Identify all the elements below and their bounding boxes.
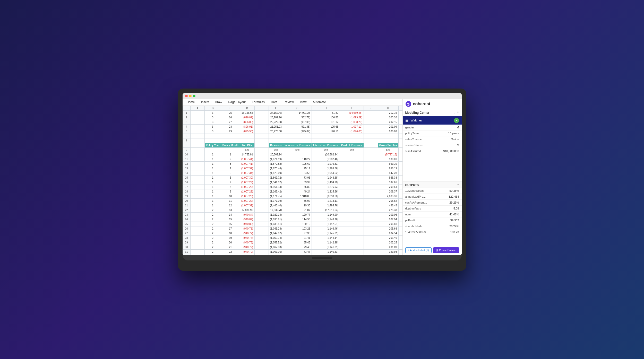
table-cell[interactable] (398, 166, 402, 171)
table-cell-inc-reserves[interactable]: 97.33 (283, 231, 312, 235)
table-cell[interactable]: 3 (204, 115, 221, 120)
table-cell-gross-surplus[interactable]: 209.64 (378, 185, 398, 189)
table-cell-policy-year[interactable]: 2 (204, 208, 221, 212)
table-cell-cost-reserves[interactable] (340, 203, 364, 208)
table-cell[interactable] (190, 134, 204, 138)
table-cell[interactable]: 24,152.48 (269, 110, 283, 115)
table-cell-cost-reserves[interactable] (340, 175, 364, 180)
table-cell[interactable]: 201.09 (378, 124, 398, 129)
table-cell-cost-reserves[interactable] (340, 194, 364, 198)
table-cell[interactable] (254, 235, 269, 240)
table-cell[interactable] (254, 198, 269, 203)
table-cell[interactable]: 202.15 (378, 120, 398, 124)
spreadsheet-container[interactable]: A B C D E F G H I J K L (183, 106, 402, 255)
table-cell[interactable] (398, 240, 402, 245)
table-cell[interactable] (398, 249, 402, 254)
table-cell[interactable] (364, 152, 378, 157)
table-cell[interactable] (398, 161, 402, 166)
table-cell-policy-year[interactable]: 1 (204, 194, 221, 198)
table-cell[interactable] (398, 157, 402, 161)
table-cell-cost-reserves[interactable] (340, 198, 364, 203)
table-cell-inc-reserves[interactable]: 21.07 (283, 208, 312, 212)
table-cell[interactable] (254, 129, 269, 134)
table-cell[interactable]: 51.80 (312, 110, 340, 115)
table-cell-reserves[interactable]: (1,466.40) (269, 203, 283, 208)
table-cell[interactable] (283, 138, 312, 143)
table-cell[interactable] (190, 152, 204, 157)
menu-page-layout[interactable]: Page Layout (227, 100, 247, 104)
table-cell[interactable] (204, 134, 221, 138)
table-cell[interactable] (190, 171, 204, 175)
table-cell-interest[interactable]: (1,146.46) (312, 226, 340, 231)
menu-data[interactable]: Data (270, 100, 278, 104)
table-cell-interest[interactable]: (1,142.98) (312, 240, 340, 245)
table-cell[interactable] (398, 194, 402, 198)
table-cell[interactable] (364, 166, 378, 171)
table-cell[interactable] (190, 180, 204, 185)
table-cell-interest[interactable]: (1,987.46) (312, 157, 340, 161)
table-cell[interactable]: 3 (204, 110, 221, 115)
table-cell[interactable] (254, 208, 269, 212)
table-cell-inc-reserves[interactable]: 118.27 (283, 157, 312, 161)
table-cell-policy-year[interactable]: 2 (204, 245, 221, 249)
table-cell-cost-reserves[interactable] (340, 166, 364, 171)
table-cell-policy-month[interactable]: 2 (221, 157, 240, 161)
table-cell[interactable] (254, 226, 269, 231)
table-cell-reserves[interactable]: (1,029.14) (269, 212, 283, 217)
table-cell-reserves[interactable]: (1,171.75) (269, 194, 283, 198)
table-cell[interactable]: 28 (221, 124, 240, 129)
table-cell[interactable] (190, 231, 204, 235)
table-cell-policy-month[interactable]: 15 (221, 217, 240, 222)
table-cell[interactable] (364, 226, 378, 231)
table-cell-reserves[interactable]: (1,869.72) (269, 175, 283, 180)
table-cell-policy-year[interactable]: 1 (204, 152, 221, 157)
table-cell-interest[interactable]: (17,611.64) (312, 208, 340, 212)
table-cell[interactable]: 21,251.23 (269, 124, 283, 129)
table-cell[interactable] (312, 138, 340, 143)
table-cell-reserves[interactable]: (1,871.19) (269, 157, 283, 161)
table-cell[interactable] (364, 180, 378, 185)
table-cell-interest[interactable]: (1,149.90) (312, 212, 340, 217)
table-cell[interactable]: 120.16 (312, 129, 340, 134)
table-cell[interactable]: 22,222.68 (269, 120, 283, 124)
table-cell[interactable] (364, 175, 378, 180)
table-cell[interactable] (190, 110, 204, 115)
table-cell[interactable] (340, 134, 364, 138)
table-cell-policy-year[interactable]: 1 (204, 180, 221, 185)
table-cell[interactable] (398, 129, 402, 134)
table-cell-interest[interactable]: (1,215.66) (312, 189, 340, 194)
table-cell[interactable] (364, 120, 378, 124)
table-cell[interactable] (398, 152, 402, 157)
table-cell[interactable] (269, 134, 283, 138)
table-cell[interactable]: 27 (221, 120, 240, 124)
table-cell[interactable] (398, 235, 402, 240)
table-cell-net-cfs[interactable]: (1,007.34) (240, 171, 254, 175)
table-cell[interactable] (254, 124, 269, 129)
table-cell-reserves[interactable]: (1,033.81) (269, 217, 283, 222)
table-cell-policy-year[interactable]: 2 (204, 235, 221, 240)
table-cell[interactable] (190, 245, 204, 249)
table-cell[interactable] (190, 115, 204, 120)
collapse-icon[interactable]: ⌄ (453, 111, 455, 114)
menu-insert[interactable]: Insert (200, 100, 210, 104)
table-cell[interactable] (254, 222, 269, 226)
table-cell-net-cfs[interactable]: (1,007.31) (240, 203, 254, 208)
table-cell[interactable] (221, 138, 240, 143)
table-cell-inc-reserves[interactable]: 55.80 (283, 185, 312, 189)
menu-formulas[interactable]: Formulas (251, 100, 266, 104)
table-cell-policy-year[interactable]: 1 (204, 203, 221, 208)
table-cell-policy-year[interactable]: 2 (204, 240, 221, 245)
table-cell[interactable] (190, 166, 204, 171)
table-cell-interest[interactable]: (1,148.76) (312, 217, 340, 222)
add-selected-button[interactable]: + Add selected (1) (405, 247, 432, 253)
table-cell[interactable] (378, 134, 398, 138)
table-cell-inc-reserves[interactable]: 73.96 (283, 175, 312, 180)
table-cell[interactable] (364, 161, 378, 166)
table-cell[interactable] (254, 138, 269, 143)
table-cell-cost-reserves[interactable] (340, 157, 364, 161)
table-cell-net-cfs[interactable]: (940.72) (240, 245, 254, 249)
table-cell[interactable]: 136.56 (312, 115, 340, 120)
table-cell-gross-surplus[interactable]: (5,797.13) (378, 152, 398, 157)
table-cell-inc-reserves[interactable]: 109.10 (283, 222, 312, 226)
table-cell-gross-surplus[interactable]: 969.10 (378, 161, 398, 166)
